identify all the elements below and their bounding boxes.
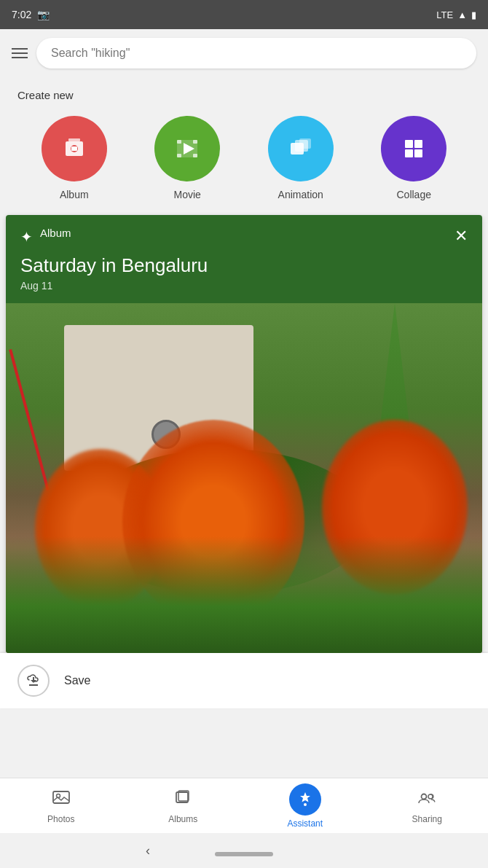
collage-icon — [398, 133, 430, 165]
status-indicators: LTE ▲ ▮ — [436, 9, 476, 20]
assistant-nav-icon — [289, 783, 321, 816]
animation-icon — [285, 133, 317, 165]
svg-rect-17 — [53, 791, 69, 803]
svg-rect-9 — [193, 154, 197, 157]
sharing-nav-label: Sharing — [412, 814, 442, 824]
system-navigation: ‹ — [0, 833, 488, 868]
assistant-nav-label: Assistant — [287, 818, 323, 829]
album-close-button[interactable]: ✕ — [454, 227, 468, 246]
svg-rect-16 — [414, 149, 422, 157]
create-album-button[interactable]: Album — [42, 116, 107, 200]
nav-photos[interactable]: Photos — [0, 788, 122, 824]
album-photo — [6, 303, 482, 653]
sharing-nav-icon — [417, 788, 436, 811]
save-bar[interactable]: Save — [0, 653, 488, 708]
gallery-icon: 📷 — [37, 9, 50, 20]
album-card: ✦ Album Saturday in Bengaluru Aug 11 ✕ — [6, 215, 482, 653]
create-new-section: Create new Album — [0, 77, 488, 215]
lte-indicator: LTE — [436, 9, 453, 20]
albums-nav-icon — [173, 788, 192, 811]
svg-point-22 — [422, 794, 427, 799]
save-label: Save — [64, 674, 90, 687]
create-options-list: Album Movie — [17, 116, 471, 200]
animation-icon-circle — [268, 116, 334, 181]
svg-rect-12 — [299, 138, 311, 149]
album-type-tag: Album — [40, 227, 71, 239]
time-display: 7:02 — [12, 9, 31, 20]
svg-rect-14 — [414, 140, 422, 148]
album-card-header-content: ✦ Album Saturday in Bengaluru Aug 11 — [20, 227, 208, 292]
home-indicator[interactable] — [215, 852, 273, 856]
search-bar-container — [0, 29, 488, 77]
search-input[interactable] — [36, 38, 476, 69]
create-movie-button[interactable]: Movie — [154, 116, 220, 200]
status-time: 7:02 📷 — [12, 9, 50, 20]
album-card-header: ✦ Album Saturday in Bengaluru Aug 11 ✕ — [6, 215, 482, 303]
battery-icon: ▮ — [471, 9, 476, 20]
save-icon — [17, 665, 50, 697]
svg-rect-15 — [405, 149, 413, 157]
svg-rect-8 — [177, 154, 181, 157]
cloud-save-icon — [25, 673, 42, 689]
movie-label: Movie — [174, 189, 201, 200]
create-new-title: Create new — [17, 89, 471, 101]
svg-rect-6 — [177, 140, 181, 144]
album-card-date: Aug 11 — [20, 280, 208, 292]
albums-nav-label: Albums — [168, 814, 197, 824]
album-card-title: Saturday in Bengaluru — [20, 254, 208, 277]
photos-nav-icon — [52, 788, 71, 811]
album-tag-row: ✦ Album — [20, 227, 208, 246]
svg-rect-7 — [193, 140, 197, 144]
album-icon — [58, 133, 90, 165]
movie-icon — [171, 133, 203, 165]
create-collage-button[interactable]: Collage — [381, 116, 446, 200]
nav-sharing[interactable]: Sharing — [366, 788, 489, 824]
collage-icon-circle — [381, 116, 446, 181]
album-icon-circle — [42, 116, 107, 181]
create-animation-button[interactable]: Animation — [268, 116, 334, 200]
svg-point-21 — [304, 803, 307, 806]
bottom-navigation: Photos Albums Assistant — [0, 778, 488, 833]
back-button[interactable]: ‹ — [146, 843, 150, 859]
album-label: Album — [60, 189, 89, 200]
nav-assistant[interactable]: Assistant — [244, 783, 366, 829]
sparkle-icon: ✦ — [20, 228, 33, 246]
status-bar: 7:02 📷 LTE ▲ ▮ — [0, 0, 488, 29]
photos-nav-label: Photos — [47, 814, 74, 824]
svg-point-23 — [428, 794, 433, 799]
movie-icon-circle — [154, 116, 220, 181]
svg-rect-13 — [405, 140, 413, 148]
green-leaves-bottom — [6, 536, 482, 653]
nav-albums[interactable]: Albums — [122, 788, 245, 824]
svg-rect-3 — [71, 146, 77, 151]
svg-rect-1 — [68, 138, 80, 141]
collage-label: Collage — [397, 189, 431, 200]
animation-label: Animation — [278, 189, 323, 200]
signal-icon: ▲ — [457, 9, 467, 20]
hamburger-menu-button[interactable] — [12, 48, 28, 58]
